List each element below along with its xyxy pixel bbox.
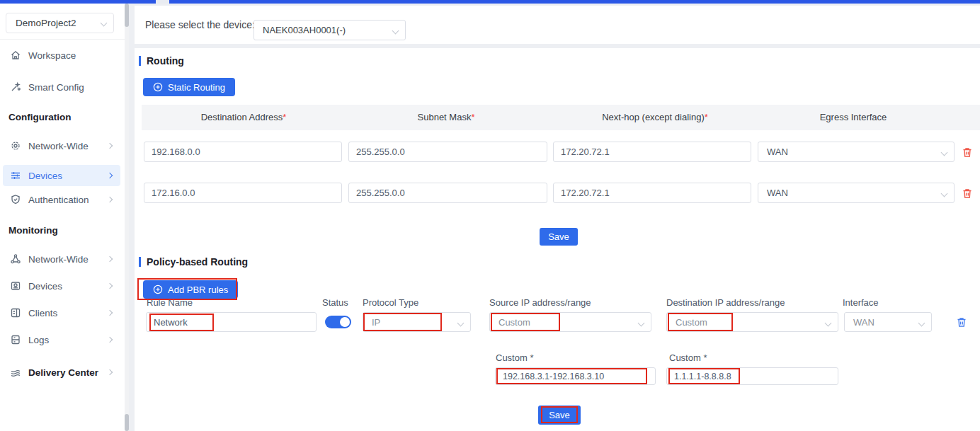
custom-source-label: Custom *	[496, 352, 533, 363]
source-ip-label: Source IP address/range	[489, 297, 591, 308]
sidebar-item-mon-network-wide[interactable]: Network-Wide	[3, 251, 120, 267]
device-select-panel: Please select the device: NAEK003AH0001(…	[135, 6, 980, 44]
sidebar-item-label: Network-Wide	[28, 254, 89, 265]
network-nodes-icon	[10, 253, 21, 265]
egress-interface-select[interactable]: WAN	[758, 183, 955, 203]
pbr-section-title: Policy-based Routing	[139, 256, 248, 268]
chevron-right-icon	[107, 283, 113, 289]
sidebar-item-label: Authentication	[28, 195, 89, 205]
chevron-down-icon	[457, 320, 465, 327]
sidebar-item-label: Clients	[28, 308, 57, 318]
subnet-mask-input[interactable]	[348, 142, 547, 162]
project-name: DemoProject2	[16, 18, 101, 28]
chevron-right-icon	[107, 369, 113, 375]
routing-panel: Routing Static Routing Destination Addre…	[135, 48, 980, 431]
sidebar-item-logs[interactable]: Logs	[3, 332, 120, 347]
source-ip-select[interactable]: Custom	[489, 312, 651, 332]
sidebar-item-label: Smart Config	[28, 82, 84, 93]
scrollbar-thumb[interactable]	[125, 414, 129, 431]
chevron-right-icon	[107, 337, 113, 343]
delete-pbr-rule-button[interactable]	[956, 316, 967, 328]
chevron-right-icon	[107, 173, 113, 178]
interface-select[interactable]: WAN	[844, 312, 932, 332]
sidebar-item-config-network-wide[interactable]: Network-Wide	[3, 138, 120, 154]
title-accent-bar	[139, 56, 141, 66]
circle-plus-icon	[153, 82, 163, 92]
sidebar-item-delivery-center[interactable]: Delivery Center	[3, 364, 120, 380]
circle-plus-icon	[153, 285, 163, 294]
custom-source-input[interactable]	[495, 367, 656, 385]
sidebar-item-label: Delivery Center	[28, 367, 98, 378]
routing-section-title: Routing	[139, 55, 184, 67]
sidebar-item-smart-config[interactable]: Smart Config	[3, 79, 120, 95]
device-select-label: Please select the device:	[145, 19, 255, 30]
sidebar-section-configuration: Configuration	[8, 112, 71, 122]
routing-table-header: Destination Address* Subnet Mask* Next-h…	[142, 105, 980, 130]
device-select[interactable]: NAEK003AH0001(-)	[253, 20, 406, 40]
rule-name-label: Rule Name	[147, 297, 193, 308]
sidebar-item-label: Devices	[28, 281, 62, 292]
sidebar-item-label: Logs	[28, 335, 49, 345]
chevron-down-icon	[941, 190, 948, 197]
sidebar-item-config-devices[interactable]: Devices	[3, 165, 120, 186]
sliders-icon	[10, 170, 21, 181]
routing-save-button[interactable]: Save	[540, 228, 578, 246]
wand-icon	[10, 81, 21, 93]
sidebar-scrollbar[interactable]	[125, 4, 129, 431]
device-select-value: NAEK003AH0001(-)	[263, 25, 346, 35]
add-pbr-rules-button[interactable]: Add PBR rules	[143, 280, 238, 299]
sidebar: DemoProject2 Workspace Smart Config Conf…	[0, 4, 125, 431]
chevron-down-icon	[392, 28, 399, 35]
chevron-down-icon	[638, 320, 645, 327]
column-header-subnet: Subnet Mask*	[418, 112, 475, 122]
sidebar-item-authentication[interactable]: Authentication	[3, 192, 120, 207]
destination-ip-select[interactable]: Custom	[666, 312, 838, 332]
sidebar-item-clients[interactable]: Clients	[3, 305, 120, 321]
sidebar-item-workspace[interactable]: Workspace	[3, 47, 120, 63]
delete-row-button[interactable]	[962, 188, 973, 200]
top-accent-bar	[0, 0, 980, 4]
subnet-mask-input[interactable]	[348, 183, 547, 203]
custom-dest-input[interactable]	[666, 367, 838, 385]
rule-name-input[interactable]	[146, 312, 317, 332]
scrollbar-thumb[interactable]	[125, 4, 129, 27]
client-icon	[10, 307, 21, 318]
chevron-right-icon	[107, 197, 113, 202]
chevron-down-icon	[825, 320, 832, 327]
sidebar-item-label: Network-Wide	[28, 141, 89, 151]
chevron-right-icon	[107, 256, 113, 262]
protocol-type-label: Protocol Type	[363, 297, 418, 308]
home-icon	[10, 50, 21, 61]
status-label: Status	[322, 297, 348, 308]
topbar-notch	[156, 0, 169, 4]
protocol-type-select[interactable]: IP	[363, 312, 471, 332]
egress-interface-select[interactable]: WAN	[758, 142, 955, 162]
column-header-egress: Egress Interface	[820, 112, 887, 122]
device-monitor-icon	[10, 280, 21, 292]
gear-icon	[10, 140, 21, 151]
sidebar-item-mon-devices[interactable]: Devices	[3, 278, 120, 294]
sidebar-item-label: Devices	[28, 171, 62, 181]
chevron-down-icon	[941, 149, 948, 156]
delivery-waves-icon	[10, 367, 21, 378]
destination-input[interactable]	[144, 142, 342, 162]
shield-check-icon	[10, 194, 21, 205]
title-accent-bar	[139, 257, 141, 267]
project-selector[interactable]: DemoProject2	[6, 13, 114, 33]
custom-dest-label: Custom *	[669, 352, 707, 363]
destination-ip-label: Destination IP address/range	[666, 297, 785, 308]
next-hop-input[interactable]	[553, 142, 751, 162]
static-routing-button[interactable]: Static Routing	[143, 78, 235, 96]
logs-icon	[10, 334, 21, 345]
next-hop-input[interactable]	[553, 183, 751, 203]
column-header-nexthop: Next-hop (except dialing)*	[602, 112, 708, 122]
delete-row-button[interactable]	[962, 146, 973, 159]
interface-label: Interface	[843, 297, 879, 308]
column-header-destination: Destination Address*	[201, 112, 287, 122]
pbr-save-button[interactable]: Save	[538, 406, 581, 425]
sidebar-item-label: Workspace	[28, 50, 76, 61]
chevron-down-icon	[918, 320, 925, 327]
status-toggle[interactable]	[325, 316, 351, 328]
destination-input[interactable]	[144, 183, 342, 203]
chevron-right-icon	[107, 310, 113, 316]
